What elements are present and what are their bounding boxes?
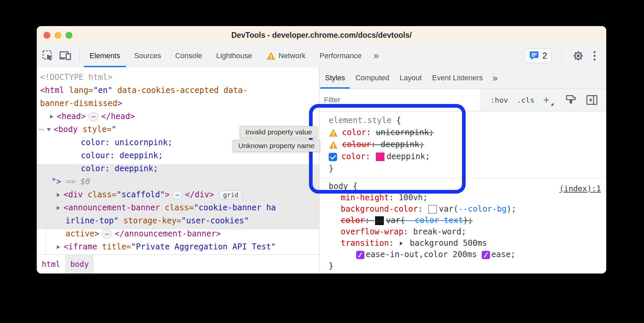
rule-close-brace[interactable]: } — [324, 163, 606, 175]
styles-filter-input[interactable] — [319, 89, 480, 111]
code-token: overflow-wrap — [341, 227, 404, 236]
breadcrumb-item-html[interactable]: html — [37, 255, 65, 274]
expand-inline-contents-icon[interactable]: … — [89, 112, 99, 121]
more-tabs-icon[interactable]: » — [368, 44, 384, 67]
tab-styles[interactable]: Styles — [320, 67, 350, 89]
minimize-window-button[interactable] — [54, 32, 61, 39]
settings-gear-icon[interactable] — [572, 50, 584, 62]
body-style-line[interactable]: color: deeppink; — [37, 162, 319, 175]
breadcrumb-item-body[interactable]: body — [65, 255, 94, 274]
expand-value-icon[interactable] — [400, 241, 403, 245]
css-property-invalid-value[interactable]: color: unicornpink; — [324, 126, 606, 138]
toggle-element-classes-button[interactable]: .cls — [517, 96, 534, 104]
expand-arrow-icon[interactable] — [57, 193, 60, 197]
tab-computed[interactable]: Computed — [351, 67, 394, 89]
expand-arrow-icon[interactable] — [50, 115, 53, 119]
tab-lighthouse[interactable]: Lighthouse — [209, 44, 259, 67]
more-actions-icon[interactable]: ⋯ — [39, 123, 43, 136]
css-property[interactable]: min-height: 100vh; — [324, 192, 606, 203]
styles-filter-row: :hov .cls + — [319, 89, 606, 111]
zoom-window-button[interactable] — [65, 32, 72, 39]
inspect-element-icon[interactable] — [42, 50, 54, 62]
css-property[interactable]: background-color: var(--color-bg); — [324, 203, 606, 215]
rule-selector[interactable]: body {(index):1 — [324, 181, 606, 192]
announcement-banner-wrap[interactable]: active>…</announcement-banner> — [37, 227, 319, 240]
doctype-line[interactable]: <!DOCTYPE html> — [37, 71, 319, 84]
text-color-swatch[interactable] — [375, 216, 384, 225]
code-token: <!DOCTYPE html> — [40, 73, 113, 82]
code-token: : — [404, 227, 413, 236]
body-open-tag-end[interactable]: "> == $0 — [37, 175, 319, 188]
tab-sources[interactable]: Sources — [127, 44, 168, 67]
styles-tabs: StylesComputedLayoutEvent Listeners» — [319, 67, 606, 89]
announcement-banner-element[interactable]: <announcement-banner class="cookie-banne… — [37, 201, 319, 214]
code-token: > — [95, 229, 99, 238]
expand-inline-contents-icon[interactable]: … — [172, 191, 182, 199]
grid-badge: grid — [219, 190, 243, 200]
toggle-sidebar-icon[interactable] — [586, 95, 598, 105]
new-style-rule-button[interactable]: + — [543, 94, 553, 106]
div-scaffold-element[interactable]: <div class="scaffold">…</div>grid — [37, 188, 319, 201]
tab-event-listeners[interactable]: Event Listeners — [428, 67, 488, 89]
head-element[interactable]: <head>…</head> — [37, 110, 319, 123]
code-token: == — [61, 177, 80, 186]
device-toolbar-icon[interactable] — [59, 50, 72, 62]
panel-tabs: ElementsSourcesConsoleLighthouseNetworkP… — [83, 44, 368, 67]
deeppink-color-swatch[interactable] — [376, 152, 384, 161]
bezier-curve-icon[interactable] — [482, 251, 490, 259]
tab-label: Elements — [90, 51, 120, 60]
code-token: </div> — [185, 190, 214, 199]
code-token: <announcement-banner — [63, 203, 165, 212]
html-open-tag-wrap[interactable]: banner-dismissed> — [37, 97, 319, 110]
close-window-button[interactable] — [43, 32, 50, 39]
code-token: ease; — [491, 250, 515, 259]
tab-network[interactable]: Network — [259, 44, 313, 67]
rule-selector[interactable]: element.style { — [324, 114, 606, 126]
console-messages-badge[interactable]: 2 — [524, 48, 552, 63]
code-token: min-height — [341, 193, 389, 202]
html-open-tag[interactable]: <html lang="en" data-cookies-accepted da… — [37, 84, 319, 97]
css-property-wrap[interactable]: ease-in-out,color 200ms ease; — [324, 249, 606, 260]
tab-performance[interactable]: Performance — [313, 44, 369, 67]
toggle-hover-state-button[interactable]: :hov — [490, 96, 508, 104]
code-token: <html — [40, 86, 69, 95]
code-token: background-color — [341, 204, 418, 214]
property-checkbox[interactable] — [329, 153, 337, 161]
bezier-curve-icon[interactable] — [356, 251, 364, 259]
code-token: : — [365, 152, 375, 161]
rendering-brush-icon[interactable] — [566, 94, 576, 106]
code-token: ease-in-out,color 200ms — [366, 250, 482, 259]
code-token: banner-dismissed — [40, 99, 117, 108]
kebab-menu-icon[interactable] — [592, 51, 598, 61]
expand-inline-contents-icon[interactable]: … — [102, 230, 112, 238]
code-token: storage-key= — [119, 216, 181, 225]
expand-arrow-icon[interactable] — [57, 206, 60, 210]
code-token: element.style — [329, 116, 391, 125]
breadcrumb: htmlbody — [37, 254, 319, 274]
css-property-unknown-name[interactable]: colour: deeppink; — [324, 138, 606, 150]
code-token: background 500ms — [405, 238, 487, 248]
tab-elements[interactable]: Elements — [83, 44, 127, 67]
pane-resize-handle[interactable] — [319, 67, 319, 274]
styles-pane: StylesComputedLayoutEvent Listeners» :ho… — [319, 67, 606, 274]
tab-layout[interactable]: Layout — [395, 67, 426, 89]
code-token: } — [329, 164, 333, 173]
code-token: var( — [439, 204, 458, 214]
bg-color-swatch[interactable] — [428, 205, 437, 214]
collapse-arrow-icon[interactable] — [47, 128, 51, 131]
more-styles-tabs-icon[interactable]: » — [487, 67, 503, 89]
devtools-window: DevTools - developer.chrome.com/docs/dev… — [37, 26, 606, 274]
iframe-element[interactable]: <iframe title="Private Aggregation API T… — [37, 240, 319, 253]
tab-label: Console — [175, 51, 202, 60]
css-property-overridden[interactable]: color: var(--color-text); — [324, 215, 606, 226]
css-property[interactable]: overflow-wrap: break-word; — [324, 226, 606, 237]
network-warning-icon — [266, 51, 276, 60]
css-property[interactable]: transition: background 500ms — [324, 237, 606, 249]
expand-arrow-icon[interactable] — [57, 245, 60, 249]
rule-close-brace[interactable]: } — [324, 260, 606, 272]
announcement-banner-wrap[interactable]: irline-top" storage-key="user-cookies" — [37, 214, 319, 227]
css-property-active[interactable]: color: deeppink; — [324, 150, 606, 163]
code-token: </announcement-banner> — [115, 229, 221, 238]
tab-console[interactable]: Console — [168, 44, 209, 67]
tab-label: Lighthouse — [216, 51, 252, 60]
